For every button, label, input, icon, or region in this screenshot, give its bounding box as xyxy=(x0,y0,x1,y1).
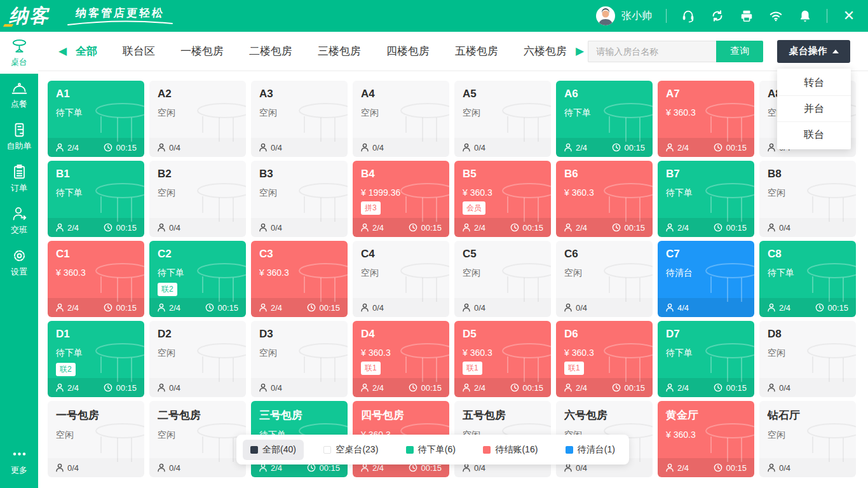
legend-item[interactable]: 待下单(6) xyxy=(398,440,463,460)
table-card-D1[interactable]: D1 待下单 联2 2/4 00:15 xyxy=(48,321,144,397)
table-card-一号包房[interactable]: 一号包房 空闲 0/4 xyxy=(48,401,144,477)
table-card-D3[interactable]: D3 空闲 0/4 xyxy=(251,321,348,397)
clock-icon xyxy=(307,463,316,472)
person-icon xyxy=(55,463,64,472)
tabs-scroll-left-icon[interactable]: ◀ xyxy=(55,44,71,58)
table-card-A3[interactable]: A3 空闲 0/4 xyxy=(251,81,348,157)
table-ops-menu-item[interactable]: 转台 xyxy=(777,70,851,96)
table-card-黄金厅[interactable]: 黄金厅 ¥ 360.3 2/4 00:15 xyxy=(658,401,754,477)
table-tag: 联1 xyxy=(564,362,584,375)
search-input[interactable] xyxy=(588,41,716,62)
legend-item[interactable]: 空桌台(23) xyxy=(316,440,386,460)
tab-六楼包房[interactable]: 六楼包房 xyxy=(524,44,567,58)
table-card-A1[interactable]: A1 待下单 2/4 00:15 xyxy=(48,81,144,157)
table-card-A4[interactable]: A4 空闲 0/4 xyxy=(353,81,449,157)
sidebar-item-shift[interactable]: 交班 xyxy=(0,200,38,241)
table-name: A4 xyxy=(361,88,441,100)
legend-item[interactable]: 全部(40) xyxy=(243,440,304,460)
table-card-B4[interactable]: B4 ¥ 1999.36 拼3 2/4 00:15 xyxy=(353,161,449,237)
person-icon xyxy=(157,383,166,392)
table-card-C7[interactable]: C7 待清台 4/4 xyxy=(658,241,754,317)
table-card-C5[interactable]: C5 空闲 0/4 xyxy=(454,241,551,317)
table-card-B5[interactable]: B5 ¥ 360.3 会员 2/4 00:15 xyxy=(454,161,551,237)
bell-icon[interactable] xyxy=(797,8,813,24)
table-silhouette-icon xyxy=(805,342,856,382)
table-card-B7[interactable]: B7 待下单 2/4 00:15 xyxy=(658,161,754,237)
legend-item[interactable]: 待清台(1) xyxy=(558,440,623,460)
occupancy-value: 4/4 xyxy=(677,303,689,313)
table-card-B8[interactable]: B8 空闲 0/4 xyxy=(759,161,856,237)
table-name: D7 xyxy=(666,328,746,341)
wifi-icon[interactable] xyxy=(768,8,783,24)
table-ops-menu-item[interactable]: 并台 xyxy=(777,96,851,122)
search-button[interactable]: 查询 xyxy=(716,41,763,62)
table-card-C6[interactable]: C6 空闲 0/4 xyxy=(556,241,653,317)
occupancy: 0/4 xyxy=(259,383,282,393)
table-ops-menu-item[interactable]: 联台 xyxy=(777,122,851,148)
occupancy: 2/4 xyxy=(360,223,384,233)
sync-icon[interactable] xyxy=(710,8,725,24)
card-time: 00:15 xyxy=(409,223,442,233)
table-card-A6[interactable]: A6 待下单 2/4 00:15 xyxy=(556,81,653,157)
table-silhouette-icon xyxy=(297,102,348,142)
table-silhouette-icon xyxy=(602,182,653,222)
tab-三楼包房[interactable]: 三楼包房 xyxy=(318,44,361,58)
table-card-二号包房[interactable]: 二号包房 空闲 0/4 xyxy=(149,401,246,477)
sidebar-item-settings[interactable]: 设置 xyxy=(0,241,38,283)
brand-slogan: 纳客管店更轻松 xyxy=(66,6,174,26)
close-icon[interactable]: ✕ xyxy=(841,8,857,24)
table-card-C1[interactable]: C1 ¥ 360.3 2/4 00:15 xyxy=(48,241,144,317)
table-card-A7[interactable]: A7 ¥ 360.3 2/4 00:15 xyxy=(658,81,754,157)
occupancy-value: 0/4 xyxy=(779,383,790,393)
table-card-C3[interactable]: C3 ¥ 360.3 2/4 00:15 xyxy=(251,241,348,317)
tab-全部[interactable]: 全部 xyxy=(76,44,97,58)
table-card-D7[interactable]: D7 待下单 2/4 00:15 xyxy=(658,321,754,397)
printer-icon[interactable] xyxy=(739,8,754,24)
sidebar-item-self-order[interactable]: 自助单 xyxy=(0,116,38,158)
occupancy-value: 0/4 xyxy=(169,223,180,233)
table-card-钻石厅[interactable]: 钻石厅 空闲 0/4 xyxy=(759,401,856,477)
occupancy: 0/4 xyxy=(157,383,180,393)
table-card-B6[interactable]: B6 ¥ 360.3 2/4 00:15 xyxy=(556,161,653,237)
brand-logo: 纳客 纳客管店更轻松 xyxy=(9,3,174,29)
sidebar-item-order-food[interactable]: 点餐 xyxy=(0,74,38,116)
table-card-B2[interactable]: B2 空闲 0/4 xyxy=(149,161,246,237)
table-card-A5[interactable]: A5 空闲 0/4 xyxy=(454,81,551,157)
tab-五楼包房[interactable]: 五楼包房 xyxy=(455,44,498,58)
table-card-C8[interactable]: C8 待下单 2/4 00:15 xyxy=(759,241,856,317)
table-card-B1[interactable]: B1 待下单 2/4 00:15 xyxy=(48,161,144,237)
sidebar-item-orders[interactable]: 订单 xyxy=(0,158,38,200)
table-ops-button[interactable]: 桌台操作 xyxy=(777,40,850,63)
tabs-scroll-right-icon[interactable]: ▶ xyxy=(572,44,588,58)
tab-联台区[interactable]: 联台区 xyxy=(123,44,155,58)
table-card-D6[interactable]: D6 ¥ 360.3 联1 2/4 00:15 xyxy=(556,321,653,397)
legend-item[interactable]: 待结账(16) xyxy=(475,440,545,460)
clock-icon xyxy=(612,223,621,232)
table-card-D8[interactable]: D8 空闲 0/4 xyxy=(759,321,856,397)
time-value: 00:15 xyxy=(116,383,137,393)
table-card-D5[interactable]: D5 ¥ 360.3 联1 2/4 00:15 xyxy=(454,321,551,397)
table-card-C2[interactable]: C2 待下单 联2 2/4 00:15 xyxy=(149,241,246,317)
self-order-icon xyxy=(11,121,28,139)
occupancy-value: 2/4 xyxy=(372,383,384,393)
occupancy-value: 0/4 xyxy=(372,143,384,152)
clock-icon xyxy=(510,223,519,232)
time-value: 00:15 xyxy=(421,383,442,393)
clock-icon xyxy=(714,223,722,232)
table-card-C4[interactable]: C4 空闲 0/4 xyxy=(353,241,449,317)
table-name: C5 xyxy=(463,248,543,261)
sidebar-item-tables[interactable]: 桌台 xyxy=(0,32,38,74)
table-card-A2[interactable]: A2 空闲 0/4 xyxy=(149,81,246,157)
table-card-D2[interactable]: D2 空闲 0/4 xyxy=(149,321,246,397)
sidebar-item-more[interactable]: 更多 xyxy=(0,440,38,482)
table-silhouette-icon xyxy=(602,342,653,382)
table-card-B3[interactable]: B3 空闲 0/4 xyxy=(251,161,348,237)
avatar[interactable] xyxy=(596,6,615,25)
tab-一楼包房[interactable]: 一楼包房 xyxy=(180,44,224,58)
tab-二楼包房[interactable]: 二楼包房 xyxy=(249,44,292,58)
table-tag: 联1 xyxy=(463,362,482,375)
table-card-D4[interactable]: D4 ¥ 360.3 联1 2/4 00:15 xyxy=(353,321,449,397)
table-name: 钻石厅 xyxy=(768,408,848,423)
headset-icon[interactable] xyxy=(681,8,696,24)
tab-四楼包房[interactable]: 四楼包房 xyxy=(386,44,430,58)
